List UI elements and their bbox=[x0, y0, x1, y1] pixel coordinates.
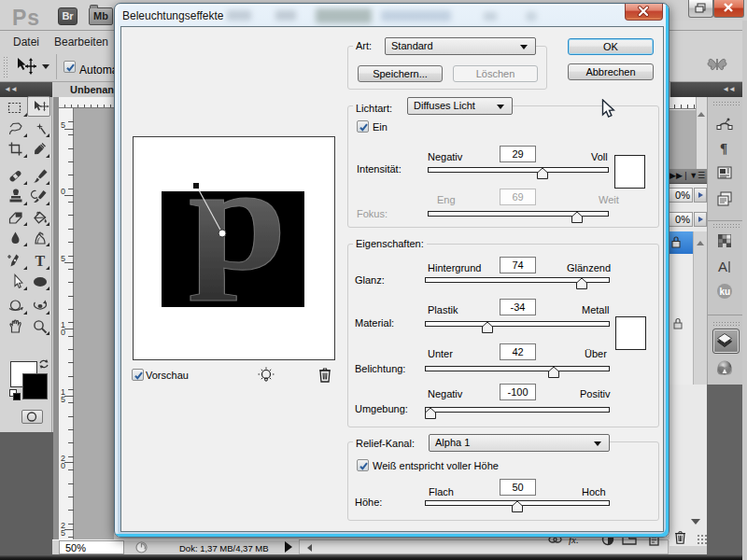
svg-text:A: A bbox=[718, 259, 727, 274]
svg-text:p: p bbox=[189, 137, 288, 301]
svg-text:T: T bbox=[35, 253, 46, 269]
svg-text:ku: ku bbox=[720, 287, 731, 297]
svg-text:¶: ¶ bbox=[720, 141, 727, 156]
